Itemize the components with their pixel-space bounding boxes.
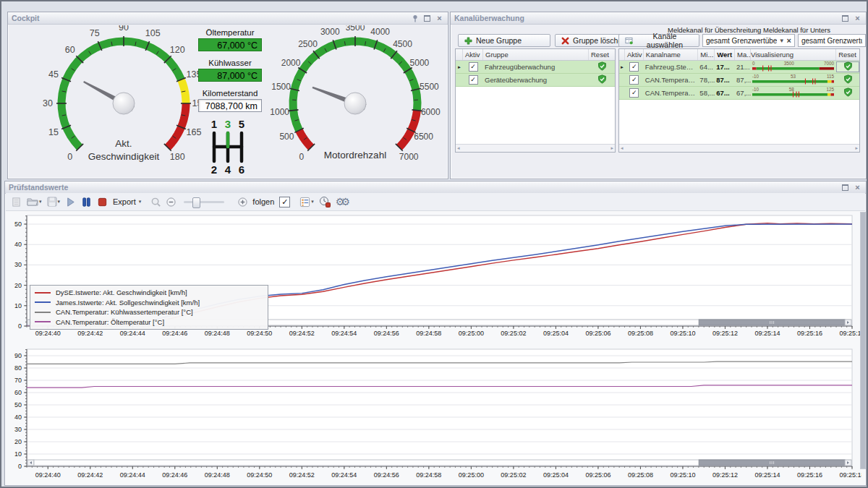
maximize-icon[interactable]: [841, 14, 850, 22]
clear-icon[interactable]: ×: [787, 36, 791, 45]
group-table-hscrollbar[interactable]: ◂▸: [456, 144, 615, 152]
channel-table-row[interactable]: ✓ CAN.Temperatur.... 58,... 67... 67,...…: [619, 87, 859, 100]
col-min[interactable]: Mi...: [698, 49, 715, 60]
col-gruppe[interactable]: Gruppe: [483, 49, 589, 60]
scroll-left-arrow[interactable]: ◂: [457, 145, 460, 151]
new-measurement-button[interactable]: [11, 197, 22, 207]
reset-shield-button[interactable]: [836, 87, 859, 98]
channel-table-hscrollbar[interactable]: ◂▸: [619, 144, 859, 152]
meldekanal-unterschreitung-dropdown[interactable]: gesamt Grenzwertunt: [798, 34, 866, 47]
svg-text:90: 90: [119, 25, 129, 33]
aktiv-checkbox[interactable]: ✓: [629, 62, 639, 72]
x-tick-label: 09:25:06: [585, 471, 610, 479]
zoom-in-button[interactable]: [238, 197, 247, 207]
pause-button[interactable]: [81, 197, 92, 207]
chevron-down-icon[interactable]: ▾: [39, 199, 42, 205]
svg-text:70: 70: [14, 377, 22, 384]
channel-table-header: Aktiv Kanalname Mi... Wert Ma... Visuali…: [619, 49, 859, 61]
svg-text:1500: 1500: [271, 82, 291, 92]
svg-text:15: 15: [48, 127, 59, 137]
svg-text:105: 105: [145, 28, 161, 38]
maximize-icon[interactable]: [841, 183, 850, 192]
settings-gears-icon[interactable]: ⚙⚙: [336, 196, 346, 207]
col-visualisierung[interactable]: Visualisierung: [751, 49, 836, 60]
x-tick-label: 09:25:02: [501, 330, 526, 337]
pin-icon[interactable]: [410, 14, 420, 22]
svg-text:10: 10: [14, 302, 22, 309]
open-file-button[interactable]: ▾: [27, 197, 42, 207]
col-aktiv[interactable]: Aktiv: [463, 49, 483, 60]
zoom-slider-thumb[interactable]: [192, 197, 200, 208]
svg-text:2000: 2000: [281, 58, 301, 68]
aktiv-checkbox[interactable]: ✓: [629, 88, 639, 98]
chevron-down-icon[interactable]: ▼: [779, 38, 785, 44]
export-button[interactable]: Export ▾: [113, 197, 141, 206]
cockpit-titlebar[interactable]: Cockpit ×: [8, 12, 448, 25]
save-button[interactable]: ▾: [47, 197, 61, 207]
x-tick-label: 09:24:52: [289, 330, 315, 337]
maximize-icon[interactable]: [422, 14, 432, 22]
delete-x-icon: [561, 37, 569, 45]
start-button[interactable]: [65, 197, 76, 207]
legend-swatch: [35, 321, 51, 322]
col-reset[interactable]: Reset: [589, 49, 615, 60]
zoom-out-button[interactable]: [166, 197, 176, 207]
legend-item: DySE.Istwerte: Akt. Geschwindigkeit [km/…: [35, 288, 263, 296]
x-tick-label: 09:24:50: [247, 330, 272, 337]
group-table-row[interactable]: ► ✓ Fahrzeugüberwachung: [456, 61, 615, 74]
x-tick-label: 09:24:54: [331, 330, 357, 337]
col-aktiv[interactable]: Aktiv: [625, 49, 644, 60]
group-table-row[interactable]: ✓ Geräteüberwachung: [456, 74, 615, 87]
scroll-right-arrow[interactable]: ▸: [855, 145, 858, 151]
pruefstandswerte-panel: Prüfstandswerte × ▾ ▾: [4, 181, 867, 486]
reset-shield-button[interactable]: [836, 61, 859, 72]
aktiv-checkbox[interactable]: ✓: [469, 62, 478, 72]
stop-button[interactable]: [97, 197, 108, 207]
folgen-checkbox[interactable]: ✓: [279, 197, 290, 207]
kanaele-auswaehlen-button[interactable]: Kanäle auswählen: [618, 34, 699, 47]
pruef-titlebar[interactable]: Prüfstandswerte ×: [5, 181, 866, 194]
limit-bar: -1058125: [751, 87, 835, 98]
kanal-titlebar[interactable]: Kanalüberwachung ×: [451, 12, 866, 25]
col-wert[interactable]: Wert: [715, 49, 735, 60]
chart-hscrollbar[interactable]: [27, 460, 851, 466]
channel-wert: 17...: [715, 63, 735, 71]
zoom-slider[interactable]: [184, 201, 224, 203]
x-tick-label: 09:24:54: [331, 471, 357, 479]
channel-table: Aktiv Kanalname Mi... Wert Ma... Visuali…: [618, 48, 860, 153]
vertical-scrollbar-thumb[interactable]: [861, 213, 865, 468]
svg-text:45: 45: [48, 69, 59, 80]
close-icon[interactable]: ×: [435, 14, 444, 22]
svg-text:0: 0: [18, 322, 22, 330]
col-max[interactable]: Ma...: [735, 49, 751, 60]
scroll-right-arrow[interactable]: ▸: [610, 145, 613, 151]
time-settings-button[interactable]: [319, 196, 331, 207]
chevron-down-icon[interactable]: ▾: [139, 199, 142, 205]
x-tick-label: 09:25:04: [543, 330, 569, 337]
chevron-down-icon[interactable]: ▾: [311, 199, 314, 205]
vertical-scrollbar[interactable]: [860, 212, 866, 469]
col-kanalname[interactable]: Kanalname: [644, 49, 699, 60]
close-icon[interactable]: ×: [853, 183, 862, 192]
scroll-left-arrow[interactable]: ◂: [621, 145, 624, 151]
reset-shield-button[interactable]: [836, 74, 859, 85]
chevron-down-icon[interactable]: ▾: [58, 199, 61, 205]
channel-table-row[interactable]: ✓ CAN.Temperatur.K... 78,... 87... 87,..…: [619, 74, 859, 87]
channel-table-row[interactable]: ► ✓ Fahrzeug.Steuerk... 64... 17... 21..…: [619, 61, 859, 74]
legend-toggle-button[interactable]: ▾: [299, 197, 314, 207]
reset-shield-button[interactable]: [589, 61, 615, 72]
svg-text:3500: 3500: [784, 61, 795, 66]
legend-item: CAN.Temperatur: Öltemperatur [°C]: [35, 318, 263, 326]
reset-shield-button[interactable]: [589, 74, 615, 85]
col-reset[interactable]: Reset: [836, 49, 859, 60]
zoom-mode-button[interactable]: [150, 197, 161, 207]
x-tick-label: 09:25:14: [754, 330, 780, 337]
aktiv-checkbox[interactable]: ✓: [629, 75, 639, 85]
export-label: Export: [113, 197, 136, 206]
x-tick-label: 09:25:08: [628, 471, 653, 479]
close-icon[interactable]: ×: [853, 14, 862, 22]
folgen-label: folgen: [252, 197, 274, 206]
aktiv-checkbox[interactable]: ✓: [469, 75, 478, 85]
neue-gruppe-button[interactable]: Neue Gruppe: [458, 34, 550, 47]
meldekanal-ueberschreitung-dropdown[interactable]: gesamt Grenzwertüberschreitung ▼ ×: [702, 34, 795, 47]
